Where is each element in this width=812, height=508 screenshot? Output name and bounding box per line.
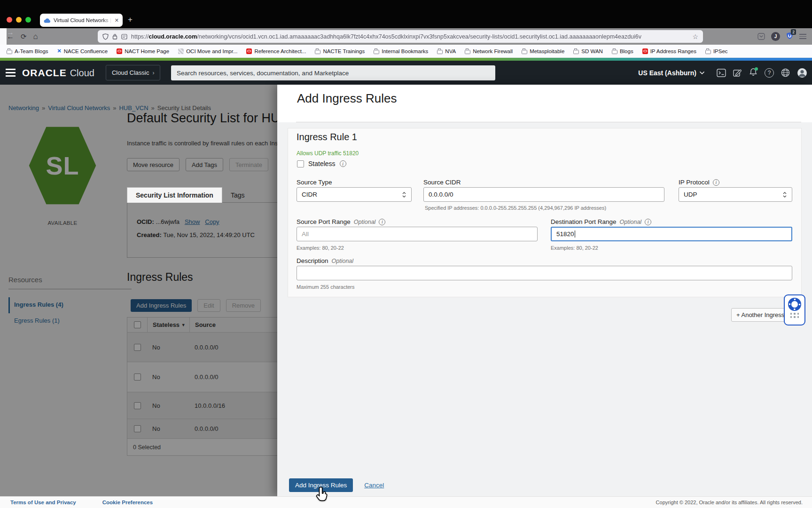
- source-cidr-label: Source CIDR: [423, 179, 461, 186]
- profile-avatar[interactable]: J: [771, 32, 780, 41]
- global-search-input[interactable]: Search resources, services, documentatio…: [171, 65, 495, 80]
- bookmarks-bar: A-Team Blogs ✕NACE Confluence NACT Home …: [0, 45, 812, 58]
- text-caret: [575, 230, 575, 238]
- destination-port-label: Destination Port RangeOptionali: [551, 218, 651, 225]
- oracle-icon: [642, 48, 648, 54]
- notifications-bell[interactable]: [749, 68, 757, 78]
- tab-security-list-information[interactable]: Security List Information: [127, 187, 222, 203]
- rule-title: Ingress Rule 1: [297, 132, 357, 143]
- terms-link[interactable]: Terms of Use and Privacy: [10, 500, 76, 505]
- destination-port-input[interactable]: 51820: [551, 227, 792, 241]
- url-text[interactable]: https://cloud.oracle.com/networking/vcns…: [131, 33, 688, 40]
- folder-icon: [7, 50, 12, 54]
- bookmark-item[interactable]: SD WAN: [573, 48, 603, 54]
- zoom-window-button[interactable]: [25, 17, 31, 23]
- help-widget[interactable]: [784, 294, 805, 325]
- lock-icon[interactable]: [112, 33, 117, 40]
- toolbar-right: J 2: [757, 28, 812, 45]
- screen: Virtual Cloud Networks | Oracle ✕ + ← → …: [0, 0, 812, 508]
- browser-toolbar: ← → ⟳ ⌂ https://cloud.oracle.com/network…: [0, 28, 812, 45]
- extension-shield[interactable]: 2: [786, 32, 793, 41]
- oracle-icon: [246, 48, 252, 54]
- info-icon[interactable]: i: [379, 219, 385, 225]
- stateless-checkbox[interactable]: [297, 160, 304, 167]
- bookmark-item[interactable]: Reference Architect...: [246, 48, 306, 54]
- compose-icon[interactable]: [733, 69, 742, 77]
- bookmark-item[interactable]: ✕NACE Confluence: [57, 48, 108, 54]
- info-icon[interactable]: i: [713, 179, 719, 186]
- chevron-right-icon: ›: [152, 70, 154, 76]
- bookmark-item[interactable]: OCI Move and Impr...: [178, 48, 237, 54]
- folder-icon: [315, 50, 320, 54]
- close-window-button[interactable]: [7, 17, 12, 23]
- new-tab-button[interactable]: +: [128, 15, 133, 24]
- bookmark-item[interactable]: Network Firewall: [465, 48, 513, 54]
- oracle-icon: [117, 48, 122, 54]
- tab-title: Virtual Cloud Networks | Oracle: [54, 17, 112, 23]
- bookmark-item[interactable]: Metasploitable: [522, 48, 564, 54]
- description-input[interactable]: [297, 266, 792, 280]
- menu-icon[interactable]: [799, 34, 806, 39]
- chevron-down-icon: [699, 71, 705, 75]
- cloud-favicon: [44, 18, 51, 23]
- source-port-hint: Examples: 80, 20-22: [297, 245, 344, 251]
- bookmark-item[interactable]: A-Team Blogs: [7, 48, 48, 54]
- bookmark-item[interactable]: Blogs: [612, 48, 633, 54]
- panel-title: Add Ingress Rules: [297, 91, 397, 106]
- folder-icon: [465, 50, 470, 54]
- folder-icon: [612, 50, 617, 54]
- cancel-link[interactable]: Cancel: [364, 482, 384, 489]
- user-avatar[interactable]: [797, 68, 807, 78]
- stateless-label: Stateless: [308, 160, 336, 167]
- info-icon[interactable]: i: [340, 160, 346, 167]
- bookmark-item[interactable]: IPSec: [705, 48, 728, 54]
- tracking-shield-icon[interactable]: [102, 33, 109, 40]
- cloud-classic-button[interactable]: Cloud Classic ›: [106, 65, 160, 80]
- bookmark-item[interactable]: NACTE Trainings: [315, 48, 365, 54]
- region-selector[interactable]: US East (Ashburn): [638, 69, 705, 77]
- browser-tab[interactable]: Virtual Cloud Networks | Oracle ✕: [40, 14, 123, 27]
- bookmark-item[interactable]: NVA: [437, 48, 456, 54]
- bookmark-star-icon[interactable]: ☆: [692, 33, 698, 40]
- content-area: Networking » Virtual Cloud Networks » HU…: [0, 85, 812, 496]
- confluence-icon: ✕: [57, 48, 62, 54]
- folder-icon: [522, 50, 527, 54]
- bookmark-item[interactable]: NACT Home Page: [117, 48, 169, 54]
- browser-tab-bar: Virtual Cloud Networks | Oracle ✕ +: [0, 0, 812, 28]
- tab-close-icon[interactable]: ✕: [115, 17, 119, 24]
- source-port-input[interactable]: All: [297, 227, 538, 241]
- oci-header: ORACLE Cloud Cloud Classic › Search reso…: [0, 61, 812, 85]
- drag-handle-icon[interactable]: [790, 313, 799, 318]
- source-type-label: Source Type: [297, 179, 332, 186]
- nav-menu-icon[interactable]: [6, 69, 16, 77]
- mouse-cursor: [316, 486, 328, 504]
- rule-summary: Allows UDP traffic 51820: [297, 150, 359, 157]
- language-globe-icon[interactable]: [781, 68, 790, 77]
- generic-site-icon: [178, 48, 184, 54]
- window-controls[interactable]: [7, 17, 31, 23]
- permissions-icon[interactable]: [121, 34, 127, 40]
- pocket-icon[interactable]: [757, 33, 765, 40]
- bookmark-item[interactable]: IP Address Ranges: [642, 48, 696, 54]
- cloud-shell-icon[interactable]: [717, 69, 726, 77]
- life-buoy-icon[interactable]: [788, 297, 802, 311]
- select-stepper-icon: [402, 191, 406, 198]
- minimize-window-button[interactable]: [16, 17, 22, 23]
- source-type-select[interactable]: CIDR: [297, 187, 412, 202]
- cookie-preferences-link[interactable]: Cookie Preferences: [102, 500, 153, 505]
- description-label: DescriptionOptional: [297, 257, 353, 264]
- info-icon[interactable]: i: [645, 219, 651, 225]
- url-bar[interactable]: https://cloud.oracle.com/networking/vcns…: [98, 30, 703, 43]
- source-cidr-hint: Specified IP addresses: 0.0.0.0-255.255.…: [425, 205, 606, 211]
- select-stepper-icon: [782, 191, 787, 198]
- source-cidr-input[interactable]: 0.0.0.0/0: [423, 187, 664, 202]
- add-ingress-rules-panel: Add Ingress Rules Ingress Rule 1 Allows …: [277, 85, 812, 496]
- copyright-text: Copyright © 2022, Oracle and/or its affi…: [656, 500, 803, 505]
- folder-icon: [573, 50, 579, 54]
- notification-dot: [755, 67, 758, 71]
- help-icon[interactable]: ?: [765, 68, 774, 78]
- folder-icon: [374, 50, 379, 54]
- oracle-cloud-logo[interactable]: ORACLE Cloud: [22, 67, 94, 79]
- ip-protocol-select[interactable]: UDP: [679, 187, 792, 202]
- bookmark-item[interactable]: Internal Bookmarks: [374, 48, 428, 54]
